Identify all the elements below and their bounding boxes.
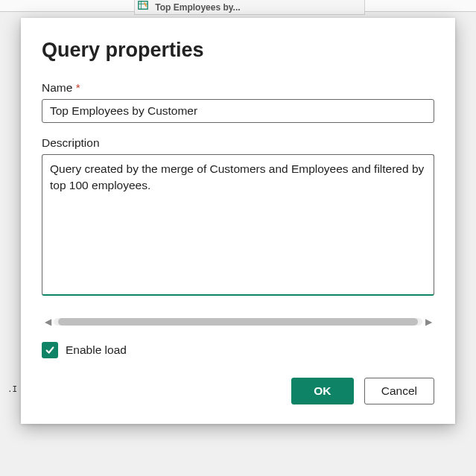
query-properties-dialog: Query properties Name * Description ◀ ▶ … (21, 18, 455, 424)
ok-button[interactable]: OK (291, 378, 354, 404)
required-marker: * (76, 81, 80, 94)
query-tab-label: Top Employees by... (155, 2, 240, 13)
description-textarea[interactable] (42, 154, 434, 296)
name-input[interactable] (42, 99, 434, 123)
name-label: Name * (42, 81, 434, 95)
scrollbar-thumb[interactable] (58, 318, 418, 326)
background-stray-text: .I (7, 384, 17, 394)
cancel-button[interactable]: Cancel (364, 378, 434, 404)
name-label-text: Name (42, 81, 72, 94)
scroll-right-icon[interactable]: ▶ (422, 317, 434, 327)
enable-load-label: Enable load (66, 343, 127, 357)
query-tab-chip: Top Employees by... (134, 0, 365, 15)
horizontal-scrollbar[interactable]: ◀ ▶ (42, 315, 434, 329)
scrollbar-track[interactable] (54, 318, 422, 326)
check-icon (45, 345, 55, 355)
query-icon (138, 0, 148, 14)
description-label: Description (42, 136, 434, 150)
scroll-left-icon[interactable]: ◀ (42, 317, 54, 327)
enable-load-checkbox[interactable] (42, 342, 58, 358)
dialog-title: Query properties (42, 39, 434, 62)
